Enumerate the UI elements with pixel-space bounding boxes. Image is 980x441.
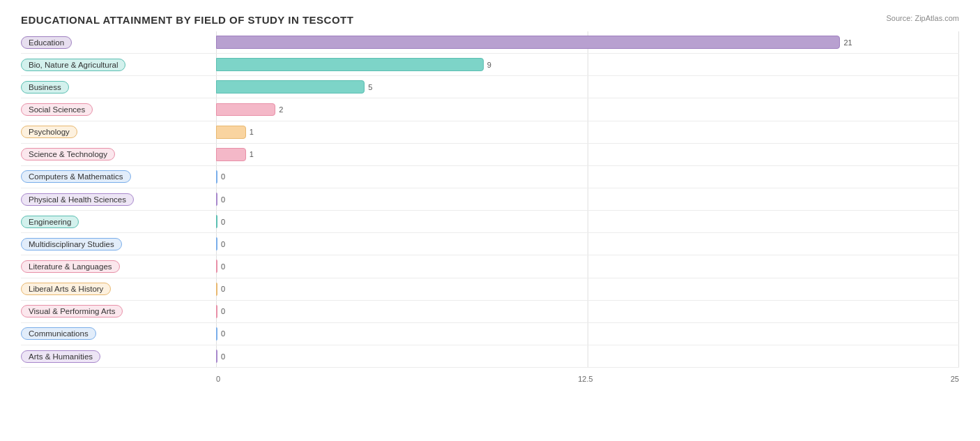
row-label-pill: Science & Technology bbox=[21, 148, 115, 160]
row-label-area: Communications bbox=[21, 327, 216, 340]
bar-area: 0 bbox=[216, 280, 959, 299]
bar-value: 0 bbox=[221, 262, 225, 271]
bar bbox=[216, 126, 246, 139]
bar bbox=[216, 283, 217, 296]
row-label-area: Multidisciplinary Studies bbox=[21, 238, 216, 251]
row-label-area: Arts & Humanities bbox=[21, 350, 216, 363]
bar bbox=[216, 103, 275, 117]
row-label-area: Education bbox=[21, 36, 216, 49]
axis-label-0: 0 bbox=[216, 375, 220, 383]
bar-value: 0 bbox=[221, 195, 225, 204]
row-label-pill: Education bbox=[21, 36, 72, 49]
bar-row: Engineering0 bbox=[21, 211, 959, 233]
bar-area: 21 bbox=[216, 33, 959, 52]
bar bbox=[216, 215, 217, 228]
bar bbox=[216, 58, 484, 71]
bar bbox=[216, 260, 217, 273]
bar-area: 0 bbox=[216, 324, 959, 343]
bar-row: Business5 bbox=[21, 76, 959, 98]
row-label-pill: Bio, Nature & Agricultural bbox=[21, 59, 125, 71]
bar-area: 1 bbox=[216, 145, 959, 164]
bar-value: 9 bbox=[487, 61, 491, 69]
bar bbox=[216, 170, 217, 184]
bar-area: 0 bbox=[216, 234, 959, 253]
bar-row: Psychology1 bbox=[21, 121, 959, 144]
bar-area: 2 bbox=[216, 100, 959, 119]
row-label-area: Liberal Arts & History bbox=[21, 283, 216, 295]
row-label-area: Visual & Performing Arts bbox=[21, 305, 216, 317]
bar-area: 0 bbox=[216, 257, 959, 276]
row-label-area: Psychology bbox=[21, 126, 216, 138]
bar-row: Visual & Performing Arts0 bbox=[21, 301, 959, 323]
bar-row: Physical & Health Sciences0 bbox=[21, 188, 959, 211]
bar-row: Social Sciences2 bbox=[21, 98, 959, 121]
bar-value: 0 bbox=[221, 240, 225, 248]
bar bbox=[216, 305, 217, 318]
bar-row: Multidisciplinary Studies0 bbox=[21, 233, 959, 255]
row-label-area: Literature & Languages bbox=[21, 260, 216, 273]
row-label-pill: Visual & Performing Arts bbox=[21, 305, 123, 317]
row-label-area: Physical & Health Sciences bbox=[21, 193, 216, 206]
chart-area: Education21Bio, Nature & Agricultural9Bu… bbox=[21, 31, 959, 389]
row-label-area: Business bbox=[21, 81, 216, 94]
bar-value: 21 bbox=[843, 38, 852, 47]
axis-labels: 0 12.5 25 bbox=[216, 375, 959, 383]
source-label: Source: ZipAtlas.com bbox=[886, 14, 959, 22]
bar bbox=[216, 36, 840, 49]
row-label-area: Computers & Mathematics bbox=[21, 170, 216, 183]
chart-container: EDUCATIONAL ATTAINMENT BY FIELD OF STUDY… bbox=[0, 0, 980, 441]
bar-value: 0 bbox=[221, 285, 225, 293]
bar-area: 0 bbox=[216, 347, 959, 366]
bar-area: 1 bbox=[216, 123, 959, 142]
bar bbox=[216, 80, 365, 94]
bar bbox=[216, 148, 246, 161]
bar-row: Literature & Languages0 bbox=[21, 255, 959, 278]
row-label-pill: Communications bbox=[21, 327, 96, 340]
row-label-pill: Computers & Mathematics bbox=[21, 170, 131, 183]
row-label-pill: Literature & Languages bbox=[21, 260, 120, 273]
bar-value: 2 bbox=[279, 105, 283, 114]
bar-value: 0 bbox=[221, 352, 225, 361]
row-label-pill: Arts & Humanities bbox=[21, 350, 100, 363]
row-label-pill: Liberal Arts & History bbox=[21, 283, 111, 295]
axis-label-mid: 12.5 bbox=[578, 375, 592, 383]
bar-value: 1 bbox=[250, 128, 254, 136]
row-label-area: Science & Technology bbox=[21, 148, 216, 160]
rows-container: Education21Bio, Nature & Agricultural9Bu… bbox=[21, 31, 959, 368]
row-label-pill: Business bbox=[21, 81, 69, 94]
row-label-pill: Multidisciplinary Studies bbox=[21, 238, 122, 251]
bar-value: 0 bbox=[221, 307, 225, 315]
bar-area: 0 bbox=[216, 212, 959, 231]
bar-area: 9 bbox=[216, 55, 959, 74]
row-label-pill: Engineering bbox=[21, 216, 79, 228]
row-label-area: Engineering bbox=[21, 216, 216, 228]
row-label-area: Bio, Nature & Agricultural bbox=[21, 59, 216, 71]
bar-value: 0 bbox=[221, 329, 225, 338]
bar bbox=[216, 237, 217, 251]
bar-row: Computers & Mathematics0 bbox=[21, 166, 959, 188]
axis-label-max: 25 bbox=[951, 375, 959, 383]
bar bbox=[216, 350, 217, 363]
bar-area: 0 bbox=[216, 302, 959, 321]
bar-row: Arts & Humanities0 bbox=[21, 345, 959, 368]
row-label-pill: Physical & Health Sciences bbox=[21, 193, 134, 206]
bar-value: 0 bbox=[221, 218, 225, 226]
bar bbox=[216, 327, 217, 341]
bar bbox=[216, 193, 217, 206]
bar-area: 0 bbox=[216, 167, 959, 186]
bar-area: 5 bbox=[216, 77, 959, 96]
bar-row: Bio, Nature & Agricultural9 bbox=[21, 54, 959, 76]
chart-title: EDUCATIONAL ATTAINMENT BY FIELD OF STUDY… bbox=[21, 14, 959, 26]
row-label-pill: Psychology bbox=[21, 126, 77, 138]
bar-value: 1 bbox=[250, 150, 254, 158]
row-label-area: Social Sciences bbox=[21, 103, 216, 116]
bar-area: 0 bbox=[216, 190, 959, 209]
bar-value: 0 bbox=[221, 172, 225, 181]
bar-row: Science & Technology1 bbox=[21, 144, 959, 166]
bar-row: Communications0 bbox=[21, 323, 959, 345]
bar-value: 5 bbox=[368, 83, 372, 91]
bar-row: Liberal Arts & History0 bbox=[21, 278, 959, 301]
row-label-pill: Social Sciences bbox=[21, 103, 93, 116]
bar-row: Education21 bbox=[21, 31, 959, 54]
